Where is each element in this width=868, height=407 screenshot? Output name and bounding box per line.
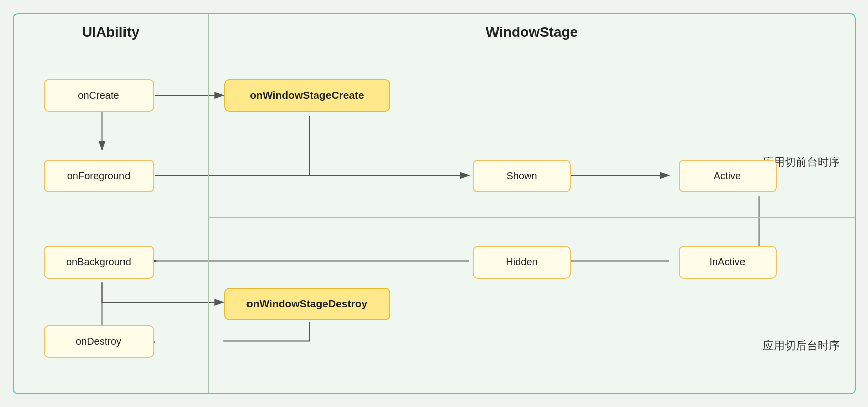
divider-horizontal (209, 217, 855, 218)
node-onForeground: onForeground (44, 160, 154, 192)
node-shown: Shown (473, 160, 571, 192)
node-onBackground: onBackground (44, 246, 154, 279)
panel-left: UIAbility onCreate onForeground onBackgr… (14, 14, 209, 393)
node-active: Active (679, 160, 777, 192)
node-onCreate: onCreate (44, 79, 154, 112)
node-onDestroy: onDestroy (44, 325, 154, 358)
panel-right: WindowStage 应用切前台时序 应用切后台时序 onWindowStag… (209, 14, 855, 393)
title-right: WindowStage (219, 24, 845, 40)
node-hidden: Hidden (473, 246, 571, 279)
node-onWindowStageDestroy: onWindowStageDestroy (224, 288, 390, 320)
label-background-sequence: 应用切后台时序 (763, 338, 840, 353)
node-onWindowStageCreate: onWindowStageCreate (224, 79, 390, 112)
diagram-wrapper: UIAbility onCreate onForeground onBackgr… (13, 13, 856, 394)
node-inactive: InActive (679, 246, 777, 279)
title-left: UIAbility (24, 24, 198, 40)
